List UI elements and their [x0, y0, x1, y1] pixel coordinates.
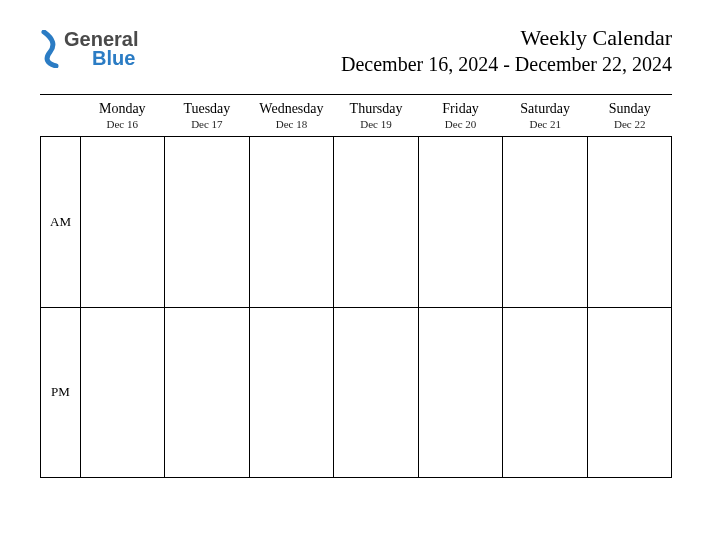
- day-date: Dec 20: [418, 118, 503, 130]
- calendar-cell[interactable]: [418, 137, 502, 307]
- day-header: Thursday Dec 19: [334, 101, 419, 130]
- calendar-cell[interactable]: [164, 307, 248, 477]
- page-header: General Blue Weekly Calendar December 16…: [40, 25, 672, 76]
- day-header: Wednesday Dec 18: [249, 101, 334, 130]
- day-header: Tuesday Dec 17: [165, 101, 250, 130]
- day-name: Tuesday: [165, 101, 250, 117]
- header-titles: Weekly Calendar December 16, 2024 - Dece…: [341, 25, 672, 76]
- row-label-am: AM: [41, 137, 80, 307]
- day-date: Dec 22: [587, 118, 672, 130]
- day-date: Dec 16: [80, 118, 165, 130]
- calendar-cell[interactable]: [418, 307, 502, 477]
- calendar-cell[interactable]: [80, 307, 164, 477]
- calendar-cell[interactable]: [587, 137, 671, 307]
- top-rule: [40, 94, 672, 95]
- day-name: Sunday: [587, 101, 672, 117]
- calendar: Monday Dec 16 Tuesday Dec 17 Wednesday D…: [40, 94, 672, 478]
- calendar-cell[interactable]: [502, 137, 586, 307]
- calendar-cell[interactable]: [333, 307, 417, 477]
- day-header-row: Monday Dec 16 Tuesday Dec 17 Wednesday D…: [40, 101, 672, 130]
- calendar-cell[interactable]: [164, 137, 248, 307]
- logo: General Blue: [40, 30, 138, 68]
- day-header: Monday Dec 16: [80, 101, 165, 130]
- day-name: Friday: [418, 101, 503, 117]
- logo-swoosh-icon: [40, 30, 64, 68]
- day-name: Thursday: [334, 101, 419, 117]
- calendar-cell[interactable]: [249, 307, 333, 477]
- logo-word-blue: Blue: [64, 49, 138, 68]
- day-name: Saturday: [503, 101, 588, 117]
- day-date: Dec 18: [249, 118, 334, 130]
- row-label-pm: PM: [41, 307, 80, 478]
- calendar-cell[interactable]: [249, 137, 333, 307]
- row-labels: AM PM: [40, 137, 80, 478]
- day-header: Friday Dec 20: [418, 101, 503, 130]
- calendar-cell[interactable]: [333, 137, 417, 307]
- day-date: Dec 21: [503, 118, 588, 130]
- calendar-grid: AM PM: [40, 137, 672, 478]
- date-range: December 16, 2024 - December 22, 2024: [341, 53, 672, 76]
- page-title: Weekly Calendar: [341, 25, 672, 51]
- day-date: Dec 17: [165, 118, 250, 130]
- logo-text: General Blue: [64, 30, 138, 68]
- day-name: Monday: [80, 101, 165, 117]
- day-header: Sunday Dec 22: [587, 101, 672, 130]
- row-label-spacer: [40, 101, 80, 130]
- calendar-cell[interactable]: [80, 137, 164, 307]
- calendar-cell[interactable]: [502, 307, 586, 477]
- calendar-cell[interactable]: [587, 307, 671, 477]
- day-date: Dec 19: [334, 118, 419, 130]
- calendar-cells: [80, 137, 672, 478]
- day-name: Wednesday: [249, 101, 334, 117]
- day-header: Saturday Dec 21: [503, 101, 588, 130]
